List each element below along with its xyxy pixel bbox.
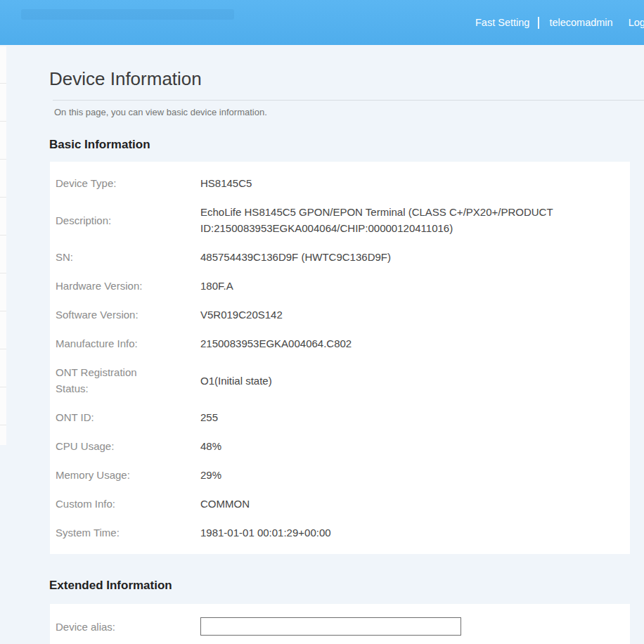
header-separator — [538, 17, 539, 29]
info-row: Software Version: V5R019C20S142 — [50, 300, 630, 329]
info-label: SN: — [56, 249, 161, 265]
info-value: HS8145C5 — [200, 175, 622, 191]
fast-setting-link[interactable]: Fast Setting — [475, 17, 529, 28]
sidebar-item[interactable] — [0, 311, 6, 349]
header-logo-area — [21, 9, 234, 20]
extended-information-card: Device alias: — [50, 604, 630, 644]
device-alias-input[interactable] — [200, 617, 461, 636]
info-label: Hardware Version: — [56, 278, 161, 294]
info-label: Software Version: — [56, 307, 161, 323]
sidebar-item[interactable] — [0, 273, 6, 311]
info-row: Description: EchoLife HS8145C5 GPON/EPON… — [50, 198, 630, 243]
basic-information-card: Device Type: HS8145C5 Description: EchoL… — [50, 162, 630, 554]
info-value: 29% — [200, 467, 622, 483]
info-value: O1(Initial state) — [200, 373, 622, 389]
info-label: ONT ID: — [56, 409, 161, 425]
device-alias-label: Device alias: — [56, 619, 161, 635]
info-row: System Time: 1981-01-01 00:01:29+00:00 — [50, 518, 630, 547]
info-row: Hardware Version: 180F.A — [50, 271, 630, 300]
info-row: ONT Registration Status: O1(Initial stat… — [50, 358, 630, 403]
main-content: Device Information On this page, you can… — [6, 45, 644, 644]
info-row: CPU Usage: 48% — [50, 432, 630, 461]
info-label: System Time: — [56, 524, 161, 541]
info-label: Description: — [56, 212, 161, 228]
sidebar-item[interactable] — [0, 387, 6, 425]
info-label: Device Type: — [56, 175, 161, 191]
info-row: ONT ID: 255 — [50, 403, 630, 432]
info-value: COMMON — [200, 496, 622, 512]
info-label: ONT Registration Status: — [56, 364, 161, 397]
info-value: 48% — [200, 438, 622, 454]
info-label: Manufacture Info: — [56, 335, 161, 352]
device-alias-row: Device alias: — [50, 611, 630, 642]
logout-link[interactable]: Logout — [629, 17, 644, 28]
sidebar-collapsed-nav[interactable] — [0, 46, 6, 445]
info-value: 1981-01-01 00:01:29+00:00 — [200, 524, 622, 541]
info-value: V5R019C20S142 — [200, 307, 622, 323]
sidebar-item[interactable] — [0, 349, 6, 387]
sidebar-item[interactable] — [0, 160, 6, 198]
info-label: Memory Usage: — [56, 467, 161, 483]
page-subtitle: On this page, you can view basic device … — [54, 107, 644, 117]
header-links: Fast Setting telecomadmin Logout — [475, 0, 644, 45]
info-label: Custom Info: — [56, 496, 161, 512]
info-row: Custom Info: COMMON — [50, 489, 630, 518]
logged-in-username: telecomadmin — [549, 17, 612, 28]
sidebar-item[interactable] — [0, 198, 6, 236]
info-value: 180F.A — [200, 278, 622, 294]
info-label: CPU Usage: — [56, 438, 161, 454]
sidebar-item[interactable] — [0, 84, 6, 122]
info-value: 485754439C136D9F (HWTC9C136D9F) — [200, 249, 622, 265]
extended-information-heading: Extended Information — [49, 579, 644, 593]
sidebar-item[interactable] — [0, 425, 6, 444]
info-value: 2150083953EGKA004064.C802 — [200, 335, 622, 352]
info-row: SN: 485754439C136D9F (HWTC9C136D9F) — [50, 243, 630, 271]
sidebar-item[interactable] — [0, 236, 6, 273]
basic-information-heading: Basic Information — [49, 138, 644, 152]
page-title: Device Information — [49, 68, 644, 90]
sidebar-item[interactable] — [0, 122, 6, 160]
info-row: Device Type: HS8145C5 — [50, 169, 630, 198]
info-value: EchoLife HS8145C5 GPON/EPON Terminal (CL… — [200, 204, 622, 236]
info-row: Manufacture Info: 2150083953EGKA004064.C… — [50, 329, 630, 358]
info-row: Memory Usage: 29% — [50, 461, 630, 489]
info-value: 255 — [200, 409, 622, 425]
sidebar-item[interactable] — [0, 46, 6, 84]
title-divider — [53, 100, 644, 101]
header-bar: Fast Setting telecomadmin Logout — [0, 0, 644, 45]
